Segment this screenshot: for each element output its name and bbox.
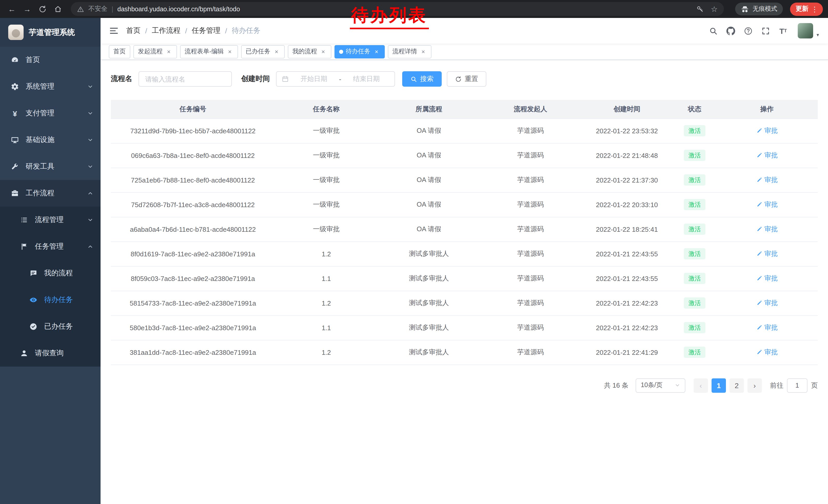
sidebar-item-task-management[interactable]: 任务管理: [0, 233, 100, 260]
breadcrumb-item[interactable]: 任务管理: [192, 26, 220, 35]
task-name-cell: 一级审批: [275, 143, 378, 168]
reload-icon[interactable]: [36, 2, 49, 16]
breadcrumb-separator: /: [185, 27, 187, 35]
close-icon[interactable]: ×: [226, 48, 234, 55]
created-time-cell: 2022-01-22 18:25:41: [581, 217, 673, 241]
approve-button[interactable]: 审批: [756, 151, 778, 160]
kebab-menu-icon[interactable]: ⋮: [811, 5, 818, 13]
sidebar-item-home[interactable]: 首页: [0, 47, 100, 73]
sidebar-item-done-task[interactable]: 已办任务: [0, 313, 100, 340]
hamburger-icon[interactable]: [109, 26, 119, 36]
prev-page-button[interactable]: ‹: [694, 378, 708, 393]
page-button-1[interactable]: 1: [711, 378, 726, 393]
chevron-up-icon: [87, 243, 93, 250]
action-cell: 审批: [716, 241, 818, 266]
approve-label: 审批: [764, 323, 778, 332]
page-size-select[interactable]: 10条/页: [636, 378, 686, 393]
status-cell: 激活: [673, 241, 716, 266]
search-button[interactable]: 搜索: [402, 71, 442, 87]
task-name-cell: 1.1: [275, 315, 378, 340]
approve-label: 审批: [764, 151, 778, 160]
tab-home[interactable]: 首页: [109, 45, 130, 58]
approve-button[interactable]: 审批: [756, 323, 778, 332]
edit-icon: [756, 325, 762, 331]
chevron-down-icon: [87, 137, 93, 143]
status-badge: 激活: [684, 297, 705, 309]
active-tab-dot: [339, 49, 343, 54]
initiator-cell: 芋道源码: [480, 266, 581, 291]
search-icon[interactable]: [708, 26, 718, 36]
sidebar-item-workflow[interactable]: 工作流程: [0, 180, 100, 207]
reset-button[interactable]: 重置: [447, 71, 486, 87]
sidebar-item-label: 请假查询: [35, 349, 64, 358]
incognito-badge: 无痕模式: [735, 3, 783, 15]
breadcrumb: 首页/工作流程/任务管理/待办任务: [126, 26, 260, 35]
approve-label: 审批: [764, 274, 778, 283]
sidebar-item-infrastructure[interactable]: 基础设施: [0, 127, 100, 153]
app-logo[interactable]: 芋道管理系统: [0, 18, 100, 47]
edit-icon: [756, 251, 762, 257]
close-icon[interactable]: ×: [420, 48, 427, 55]
next-page-button[interactable]: ›: [747, 378, 762, 393]
key-icon[interactable]: [696, 5, 704, 13]
close-icon[interactable]: ×: [373, 48, 380, 55]
task-id-cell: 73211d9d-7b9b-11ec-b5b7-acde48001122: [111, 119, 275, 143]
star-icon[interactable]: ☆: [711, 4, 718, 13]
user-menu[interactable]: ▼: [798, 23, 820, 39]
back-icon[interactable]: ←: [5, 2, 18, 16]
breadcrumb-item[interactable]: 工作流程: [152, 26, 180, 35]
date-range-picker[interactable]: 开始日期 - 结束日期: [276, 71, 395, 87]
close-icon[interactable]: ×: [165, 48, 172, 55]
process-name-input[interactable]: [138, 71, 232, 87]
process-cell: 测试多审批人: [378, 241, 480, 266]
approve-button[interactable]: 审批: [756, 200, 778, 209]
breadcrumb-item[interactable]: 首页: [126, 26, 140, 35]
forward-icon[interactable]: →: [20, 2, 34, 16]
approve-button[interactable]: 审批: [756, 225, 778, 234]
sidebar-item-payment-management[interactable]: ¥支付管理: [0, 100, 100, 127]
tab-process-form-edit[interactable]: 流程表单-编辑×: [180, 45, 238, 58]
process-cell: OA 请假: [378, 119, 480, 143]
tab-create-process[interactable]: 发起流程×: [133, 45, 177, 58]
chevron-up-icon: [87, 190, 93, 196]
process-cell: 测试多审批人: [378, 315, 480, 340]
tab-my-process[interactable]: 我的流程×: [288, 45, 331, 58]
sidebar-item-dev-tools[interactable]: 研发工具: [0, 153, 100, 180]
status-cell: 激活: [673, 291, 716, 315]
sidebar-item-process-management[interactable]: 流程管理: [0, 207, 100, 233]
sidebar-item-todo-task[interactable]: 待办任务: [0, 287, 100, 313]
security-label[interactable]: 不安全: [88, 5, 108, 13]
approve-button[interactable]: 审批: [756, 274, 778, 283]
avatar[interactable]: [798, 23, 813, 39]
initiator-cell: 芋道源码: [480, 192, 581, 217]
tab-done-task[interactable]: 已办任务×: [241, 45, 285, 58]
tab-todo-task[interactable]: 待办任务×: [334, 45, 385, 58]
update-button[interactable]: 更新 ⋮: [790, 2, 823, 16]
help-icon[interactable]: [743, 26, 753, 36]
page-button-2[interactable]: 2: [730, 378, 744, 393]
approve-button[interactable]: 审批: [756, 299, 778, 308]
approve-button[interactable]: 审批: [756, 249, 778, 259]
sidebar-item-label: 流程管理: [35, 215, 64, 225]
edit-icon: [756, 300, 762, 306]
font-size-icon[interactable]: TT: [778, 26, 788, 36]
refresh-icon: [455, 76, 462, 82]
browser-home-icon[interactable]: [51, 2, 65, 16]
github-icon[interactable]: [726, 26, 736, 36]
table-row: 73211d9d-7b9b-11ec-b5b7-acde48001122一级审批…: [111, 119, 818, 143]
sidebar-item-label: 基础设施: [26, 135, 54, 145]
process-cell: OA 请假: [378, 168, 480, 192]
approve-button[interactable]: 审批: [756, 348, 778, 357]
sidebar-item-leave-query[interactable]: 请假查询: [0, 340, 100, 367]
goto-page-input[interactable]: [787, 378, 808, 393]
sidebar-item-label: 研发工具: [26, 162, 54, 171]
fullscreen-icon[interactable]: [761, 26, 771, 36]
close-icon[interactable]: ×: [273, 48, 280, 55]
sidebar-item-my-process[interactable]: 我的流程: [0, 260, 100, 287]
close-icon[interactable]: ×: [320, 48, 327, 55]
sidebar-item-system-management[interactable]: 系统管理: [0, 73, 100, 100]
tab-process-detail[interactable]: 流程详情×: [388, 45, 431, 58]
status-badge: 激活: [684, 199, 705, 210]
approve-button[interactable]: 审批: [756, 175, 778, 185]
approve-button[interactable]: 审批: [756, 126, 778, 135]
